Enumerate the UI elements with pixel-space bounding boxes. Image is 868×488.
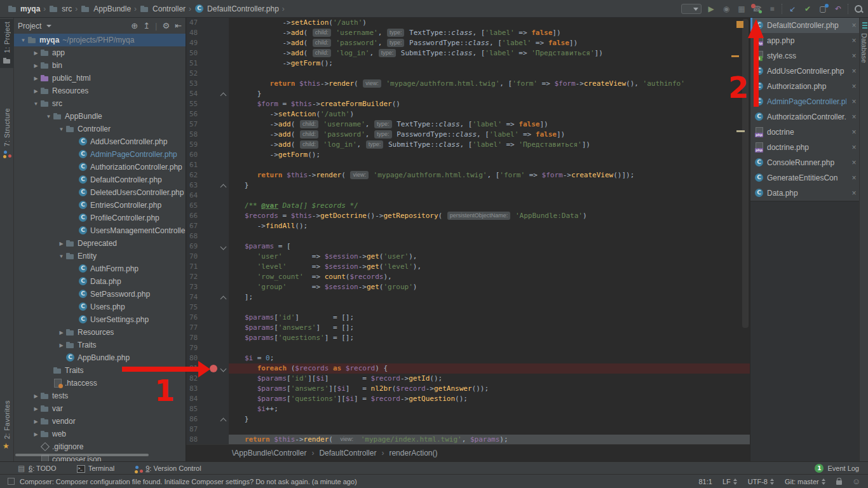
fold-start-icon[interactable] [220, 244, 227, 250]
tree-item-htaccess[interactable]: .htaccess [14, 377, 186, 390]
expand-icon[interactable]: ▶ [32, 63, 40, 69]
tree-item-traits[interactable]: ▶Traits [14, 339, 186, 351]
expand-icon[interactable]: ▶ [32, 431, 40, 437]
code-line-51[interactable]: 51 ->getForm(); [186, 58, 750, 69]
editor-scrollbar[interactable] [741, 18, 750, 445]
caret-position[interactable]: 81:1 [698, 478, 712, 485]
vcs-commit-button[interactable]: ✔ [802, 3, 813, 15]
tree-item-data-php[interactable]: Data.php [14, 275, 186, 288]
code-line-68[interactable]: 68 [186, 231, 750, 241]
listen-debug-button[interactable]: ☎ [751, 3, 763, 15]
open-file-tab-authorization-php[interactable]: Authorization.php× [750, 79, 859, 94]
breadcrumb-item-src[interactable]: src [49, 4, 72, 14]
code-line-49[interactable]: 49 ->add( child: 'password', type: Passw… [186, 38, 750, 48]
status-message[interactable]: Composer: Composer configuration file fo… [20, 478, 357, 485]
inspection-status-icon[interactable] [736, 21, 743, 28]
breadcrumb-item-controller[interactable]: Controller [140, 4, 186, 14]
breadcrumb-item-defaultcontroller-php[interactable]: DefaultController.php [194, 4, 279, 14]
open-file-tab-addusercontroller-php[interactable]: AddUserController.php× [750, 64, 859, 79]
close-icon[interactable]: × [849, 173, 859, 182]
tree-item-resources[interactable]: ▶Resources [14, 85, 186, 97]
line-separator-selector[interactable]: LF [722, 478, 738, 485]
open-file-tab-consolerunner-php[interactable]: ConsoleRunner.php× [750, 155, 859, 170]
tree-item-defaultcontroller-php[interactable]: DefaultController.php [14, 173, 186, 186]
tree-item-entity[interactable]: ▼Entity [14, 250, 186, 262]
code-line-81[interactable]: 81 foreach ($records as $record) { [186, 363, 750, 374]
scrollbar-thumb[interactable] [742, 19, 749, 328]
tree-item-gitignore[interactable]: .gitignore [14, 440, 186, 453]
tree-item-traits[interactable]: Traits [14, 364, 186, 377]
code-line-82[interactable]: 82 $params['id'][$i] = $record->getId(); [186, 374, 750, 384]
tool-button-favorites[interactable]: 2: Favorites [0, 398, 14, 454]
code-line-62[interactable]: 62 return $this->render( view: 'mypage/a… [186, 170, 750, 180]
collapse-icon[interactable]: ▼ [57, 126, 65, 132]
tree-item-src[interactable]: ▼src [14, 97, 186, 110]
tree-item-appbundle[interactable]: ▼AppBundle [14, 110, 186, 123]
tree-item-setpassword-php[interactable]: SetPassword.php [14, 288, 186, 301]
code-line-56[interactable]: 56 ->setAction('/auth') [186, 109, 750, 119]
tree-item-authorizationcontroller-php[interactable]: AuthorizationController.php [14, 161, 186, 173]
tree-item-adminpagecontroller-php[interactable]: AdminPageController.php [14, 148, 186, 161]
tree-item-public-html[interactable]: ▶public_html [14, 72, 186, 85]
tree-item-addusercontroller-php[interactable]: AddUserController.php [14, 135, 186, 148]
tree-item-myqa[interactable]: ▼myqa~/projects/PHP/myqa [14, 34, 186, 46]
code-line-48[interactable]: 48 ->add( child: 'username', type: TextT… [186, 28, 750, 38]
fold-start-icon[interactable] [220, 366, 227, 372]
code-line-85[interactable]: 85 $i++; [186, 404, 750, 414]
hide-panel-button[interactable]: ⇤ [175, 21, 182, 30]
expand-icon[interactable]: ▶ [32, 88, 40, 94]
tool-button-project[interactable]: 1: Project [0, 19, 14, 68]
stripe-mark[interactable] [736, 130, 745, 132]
code-line-74[interactable]: 74 ]; [186, 292, 750, 302]
rollback-button[interactable]: ↶ [832, 3, 844, 15]
close-icon[interactable]: × [849, 189, 859, 198]
code-line-80[interactable]: 80 $i = 0; [186, 353, 750, 363]
vcs-update-button[interactable]: ↙ [787, 3, 798, 15]
tree-item-usersettings-php[interactable]: UserSettings.php [14, 313, 186, 326]
collapse-icon[interactable]: ▼ [44, 114, 53, 119]
close-icon[interactable]: × [849, 67, 859, 76]
lock-icon[interactable] [836, 480, 842, 485]
search-everywhere-button[interactable] [853, 3, 864, 15]
code-line-86[interactable]: 86 } [186, 414, 750, 424]
breadcrumb-item-myqa[interactable]: myqa [8, 4, 40, 14]
code-line-84[interactable]: 84 $params['questions'][$i] = $record->g… [186, 394, 750, 404]
tool-button-structure[interactable]: 7: Structure [0, 105, 14, 161]
coverage-button[interactable]: ▦ [736, 3, 747, 15]
expand-icon[interactable]: ▶ [32, 406, 40, 412]
code-line-66[interactable]: 66 $records = $this->getDoctrine()->getR… [186, 211, 750, 221]
tool-button-terminal[interactable]: Terminal [76, 464, 115, 473]
code-line-75[interactable]: 75 [186, 302, 750, 313]
close-icon[interactable]: × [849, 158, 859, 167]
hector-inspections-icon[interactable]: ☺ [852, 477, 860, 486]
fold-end-icon[interactable] [220, 93, 227, 99]
close-icon[interactable]: × [849, 112, 859, 121]
tree-item-var[interactable]: ▶var [14, 402, 186, 415]
code-line-67[interactable]: 67 ->findAll(); [186, 221, 750, 231]
tree-item-appbundle-php[interactable]: AppBundle.php [14, 351, 186, 364]
code-line-54[interactable]: 54 } [186, 89, 750, 99]
open-file-tab-adminpagecontroller-php[interactable]: AdminPageController.php× [750, 94, 859, 109]
open-file-tab-data-php[interactable]: Data.php× [750, 186, 859, 201]
code-line-53[interactable]: 53 return $this->render( view: 'mypage/a… [186, 79, 750, 89]
breakpoint-icon[interactable] [210, 365, 217, 372]
tree-item-web[interactable]: ▶web [14, 428, 186, 440]
vcs-changes-button[interactable]: ▢ [817, 3, 829, 15]
open-file-tab-generateentitiescon[interactable]: GenerateEntitiesCon× [750, 170, 859, 186]
tree-item-tests[interactable]: ▶tests [14, 390, 186, 402]
tree-item-controller[interactable]: ▼Controller [14, 123, 186, 135]
horizontal-scrollbar[interactable] [15, 454, 149, 456]
code-line-47[interactable]: 47 ->setAction('/auth') [186, 18, 750, 28]
tree-item-profilecontroller-php[interactable]: ProfileController.php [14, 212, 186, 224]
code-line-70[interactable]: 70 'user' => $session->get('user'), [186, 252, 750, 262]
open-file-tab-authorizationcontroller-php[interactable]: AuthorizationController.php× [750, 109, 859, 125]
open-file-tab-style-css[interactable]: style.css× [750, 48, 859, 64]
open-file-tab-doctrine[interactable]: doctrine× [750, 125, 859, 140]
run-config-dropdown[interactable] [681, 4, 702, 14]
code-line-58[interactable]: 58 ->add( child: 'password', type: Passw… [186, 130, 750, 140]
tree-item-usersmanagementcontroller-php[interactable]: UsersManagementController.php [14, 224, 186, 237]
code-line-69[interactable]: 69 $params = [ [186, 241, 750, 252]
tree-item-users-php[interactable]: Users.php [14, 301, 186, 313]
locate-file-button[interactable]: ⊕ [131, 21, 138, 30]
expand-icon[interactable]: ▶ [57, 342, 65, 348]
